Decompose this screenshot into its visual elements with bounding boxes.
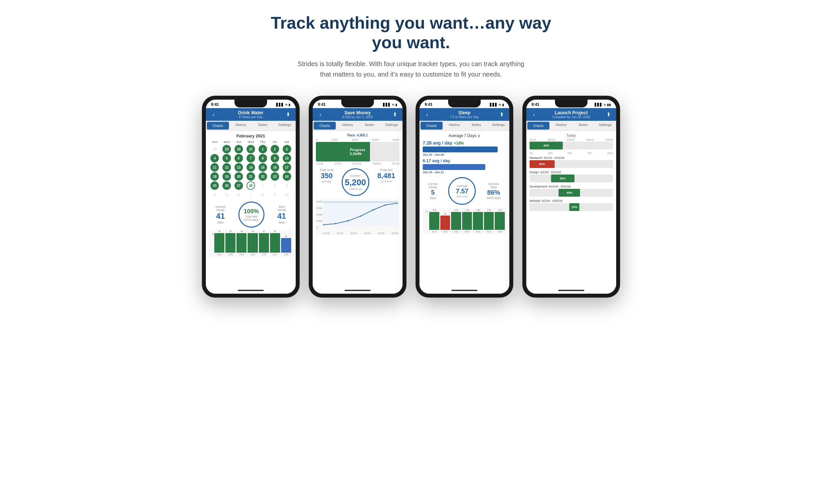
stats-3col: Daily Goal 350 per day Current 5,200 2,8… [316, 168, 399, 196]
bar-col: 7.5 6/24 [451, 209, 461, 233]
design-bar-track: 50% [529, 174, 613, 182]
cal-header-tue: Tue [233, 140, 245, 144]
phone-launch-project: 9:41 ▋▋▋ ≋ ▮▮ ‹ Launch Project Complete … [522, 96, 620, 298]
cal-day: 3 [283, 145, 291, 153]
cal-day: 9 [271, 154, 279, 162]
design-bar-row: Design: 4/1/18 - 5/15/18 50% [529, 170, 613, 182]
progress-bar-text: Progress5.2k/8k [350, 148, 365, 156]
status-time-2: 9:41 [318, 102, 326, 107]
pace-label: Pace: 4,905.1 [316, 133, 399, 137]
back-icon-4[interactable]: ‹ [530, 112, 538, 117]
tab-history-4[interactable]: History [550, 121, 572, 130]
dev-bar-track: 40% [529, 189, 613, 197]
research-bar-track: 60% [529, 160, 613, 168]
tab-charts-2[interactable]: Charts [314, 122, 336, 129]
hero-title: Track anything you want…any way you want… [265, 13, 557, 52]
tab-history-3[interactable]: History [444, 121, 466, 130]
cal-day: 8 [259, 190, 267, 199]
tab-charts-4[interactable]: Charts [527, 122, 549, 129]
svg-point-4 [348, 220, 349, 221]
phone-screen-2: 9:41 ▋▋▋ ≋ ▮ ‹ Save Money 8,000 by Jun 1… [313, 100, 403, 294]
share-icon-2[interactable]: ⬆ [391, 111, 399, 117]
sleep-stats: Current Streak 5 days Average 7.57 0.07 … [423, 177, 506, 205]
phone-screen-3: 9:41 ▋▋▋ ≋ ▮ ‹ Sleep 7.5 or More per Day… [419, 100, 509, 294]
cal-header-sun: Sun [209, 140, 221, 144]
cal-day: 2 [271, 145, 279, 153]
cal-day: 9 [271, 190, 279, 199]
cal-day: 7 [247, 154, 255, 162]
cal-day: 17 [283, 163, 291, 171]
tab-bar-1: Charts History Notes Settings [206, 121, 296, 131]
bar-col: 7.5 6/22 [429, 209, 439, 233]
cal-day: 7 [247, 190, 255, 199]
status-icons-4: ▋▋▋ ≋ ▮▮ [595, 103, 611, 106]
tab-charts-1[interactable]: Charts [207, 122, 229, 129]
cal-header-sat: Sat [281, 140, 293, 144]
cal-day: 10 [283, 190, 291, 199]
sleep-success: Success Rate 86% 28/32 days [486, 182, 501, 199]
tab-settings-1[interactable]: Settings [274, 121, 296, 130]
cal-day: 21 [247, 172, 255, 181]
tab-notes-1[interactable]: Notes [252, 121, 274, 130]
screen-content-1: February 2021 Sun Mon Tue Wed Thu Fri Sa… [206, 131, 296, 287]
bar-chart-1: 8 8 2/22 8 2/23 [209, 230, 293, 257]
current-streak-stat: Current Streak 41 days [216, 205, 226, 224]
tab-history-2[interactable]: History [337, 121, 359, 130]
cal-day: 8 [259, 154, 267, 162]
bar-col: 7.5 6/26 [473, 209, 483, 233]
share-icon-4[interactable]: ⬆ [604, 111, 612, 117]
share-icon-3[interactable]: ⬆ [498, 111, 505, 117]
tab-notes-3[interactable]: Notes [465, 121, 487, 130]
cal-day: 30 [235, 145, 243, 153]
nav-title-3: Sleep 7.5 or More per Day [431, 110, 498, 119]
phone-notch-4 [555, 100, 587, 107]
cal-day: 1 [259, 145, 267, 153]
tab-notes-2[interactable]: Notes [359, 121, 381, 130]
line-chart-y: 8,0006,0004,0002,0000 [317, 200, 322, 228]
line-chart-area: 8,0006,0004,0002,0000 1/1/182/1/183/1/18… [316, 199, 399, 235]
share-icon-1[interactable]: ⬆ [284, 111, 292, 117]
design-bar-fill: 50% [551, 174, 574, 182]
phone-screen-4: 9:41 ▋▋▋ ≋ ▮▮ ‹ Launch Project Complete … [526, 100, 616, 294]
phone-drink-water: 9:41 ▋▋▋ ≋ ▮ ‹ Drink Water 8 Times per D… [202, 96, 300, 298]
pct-axis: 0%25%50%75%100% [529, 152, 613, 154]
sleep-bar-chart: 7.5 7.5 6/22 6 6/23 [423, 208, 506, 234]
cal-day: 31 [247, 145, 255, 153]
line-chart-svg [323, 200, 398, 225]
bar-col: 6 6/23 [440, 212, 450, 233]
stats-row-1: Current Streak 41 days 100% Goal Met 41/… [209, 201, 293, 227]
cal-day: 15 [259, 163, 267, 171]
website-bar-fill: 10% [569, 203, 579, 211]
sleep-bar-2 [423, 164, 485, 170]
cal-day: 5 [223, 190, 231, 199]
home-indicator-2 [345, 290, 371, 291]
tab-settings-3[interactable]: Settings [487, 121, 510, 130]
bar-col: 8 2/22 [214, 230, 225, 256]
back-icon-2[interactable]: ‹ [317, 112, 324, 117]
phone-save-money: 9:41 ▋▋▋ ≋ ▮ ‹ Save Money 8,000 by Jun 1… [309, 96, 406, 298]
screen-content-3: Average 7 Days ∨ 7.28 avg / day +18% Jun… [419, 131, 509, 287]
sleep-avg-circle: Average 7.57 0.07 over [448, 177, 476, 205]
bar-col: 8 2/23 [226, 230, 236, 256]
tab-notes-4[interactable]: Notes [572, 121, 594, 130]
cal-day: 10 [283, 154, 291, 162]
cal-day: 28 [247, 181, 255, 190]
phone-notch-3 [448, 100, 481, 107]
back-icon-1[interactable]: ‹ [210, 112, 218, 117]
back-icon-3[interactable]: ‹ [423, 112, 431, 117]
nav-bar-4: ‹ Launch Project Complete by Jun 30, 202… [526, 108, 616, 121]
tab-charts-3[interactable]: Charts [420, 122, 443, 129]
nav-title-1: Drink Water 8 Times per Day [218, 110, 284, 119]
cal-day: 3 [283, 181, 291, 190]
bar-col: 7.5 6/28 [495, 209, 505, 233]
svg-point-6 [372, 209, 374, 211]
dev-bar-fill: 40% [558, 189, 580, 197]
tab-settings-4[interactable]: Settings [594, 121, 616, 130]
tab-settings-2[interactable]: Settings [381, 121, 403, 130]
tab-history-1[interactable]: History [230, 121, 252, 130]
svg-point-3 [335, 223, 336, 224]
today-label: Today [529, 133, 613, 137]
avg-header[interactable]: Average 7 Days ∨ [423, 133, 506, 138]
calendar-header-1: February 2021 [209, 133, 293, 138]
sleep-streak: Current Streak 5 days [428, 182, 438, 199]
